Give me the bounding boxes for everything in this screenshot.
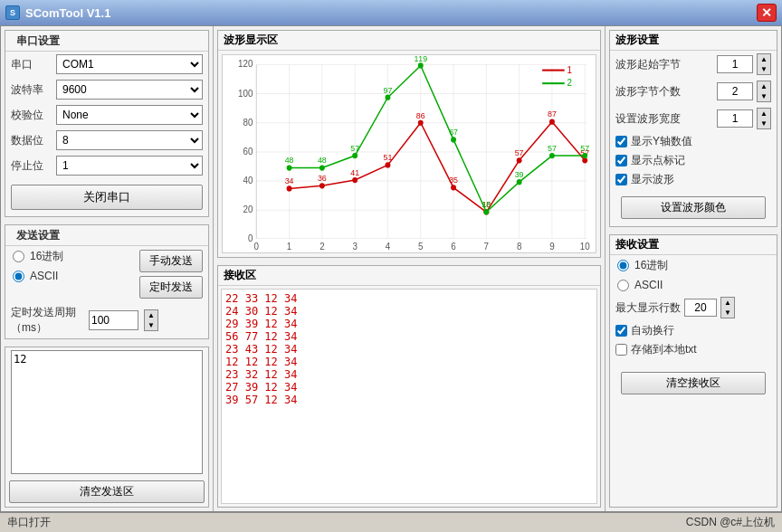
- receive-line: 24 30 12 34: [225, 305, 593, 318]
- svg-text:51: 51: [384, 153, 393, 162]
- middle-panel: 波形显示区: [214, 26, 605, 511]
- recv-ascii-radio[interactable]: [617, 280, 629, 291]
- svg-text:8: 8: [517, 242, 522, 252]
- receive-line: 22 33 12 34: [225, 292, 593, 305]
- show-marks-label: 显示点标记: [631, 153, 685, 168]
- period-input[interactable]: [89, 310, 138, 330]
- show-yaxis-label: 显示Y轴数值: [631, 134, 692, 149]
- svg-text:41: 41: [350, 168, 359, 177]
- receive-line: 23 43 12 34: [225, 343, 593, 356]
- baud-select[interactable]: 960019200115200: [56, 80, 203, 100]
- timed-send-button[interactable]: 定时发送: [139, 276, 203, 299]
- save-local-label: 存储到本地txt: [631, 342, 697, 357]
- svg-point-39: [352, 177, 358, 183]
- svg-text:60: 60: [243, 147, 253, 157]
- svg-text:57: 57: [580, 144, 589, 153]
- receive-content[interactable]: 22 33 12 34 24 30 12 34 29 39 12 34 56 7…: [221, 289, 597, 504]
- stopbits-select[interactable]: 12: [56, 156, 203, 176]
- wave-display-section: 波形显示区: [217, 30, 601, 258]
- clear-send-button[interactable]: 清空发送区: [9, 480, 205, 503]
- auto-wrap-label: 自动换行: [631, 323, 674, 338]
- parity-label: 校验位: [11, 108, 51, 123]
- start-byte-label: 波形起始字节: [615, 57, 713, 72]
- start-byte-input[interactable]: [717, 55, 753, 73]
- stopbits-label: 停止位: [11, 158, 51, 174]
- wave-width-up[interactable]: ▲: [758, 109, 770, 119]
- save-local-checkbox[interactable]: [615, 344, 627, 356]
- svg-text:20: 20: [243, 204, 253, 214]
- svg-text:86: 86: [416, 110, 425, 119]
- close-button[interactable]: ✕: [757, 4, 777, 22]
- svg-text:39: 39: [515, 170, 524, 179]
- wave-chart: 120 100 80 60 40 20 0 0 1 2 3 4 5 6 7 8: [223, 55, 596, 252]
- svg-text:3: 3: [352, 242, 358, 252]
- show-marks-checkbox[interactable]: [615, 155, 627, 166]
- svg-text:5: 5: [418, 242, 424, 252]
- svg-rect-0: [223, 55, 596, 252]
- app-title: SComTool V1.1: [25, 6, 110, 20]
- wave-settings-title: 波形设置: [615, 33, 659, 46]
- port-select[interactable]: COM1COM2COM3: [56, 54, 203, 74]
- receive-title: 接收区: [224, 269, 256, 281]
- svg-point-60: [386, 95, 391, 100]
- svg-point-59: [352, 153, 358, 158]
- show-yaxis-checkbox[interactable]: [615, 136, 627, 147]
- status-bar: 串口打开 CSDN @c#上位机: [0, 512, 782, 532]
- show-wave-checkbox[interactable]: [615, 174, 627, 185]
- byte-count-down[interactable]: ▼: [758, 91, 770, 101]
- clear-receive-button[interactable]: 清空接收区: [621, 372, 766, 394]
- receive-section: 接收区 22 33 12 34 24 30 12 34 29 39 12 34 …: [217, 265, 601, 508]
- recv-hex-radio[interactable]: [617, 260, 629, 271]
- max-display-down[interactable]: ▼: [721, 308, 734, 318]
- receive-line: 23 32 12 34: [225, 368, 593, 381]
- send-settings-title: 发送设置: [11, 227, 65, 243]
- svg-text:18: 18: [482, 200, 491, 209]
- manual-send-button[interactable]: 手动发送: [139, 250, 203, 272]
- send-hex-radio[interactable]: [13, 251, 24, 262]
- svg-text:1: 1: [567, 64, 573, 74]
- databits-select[interactable]: 87: [56, 130, 203, 150]
- max-display-input[interactable]: [684, 299, 717, 317]
- wave-width-down[interactable]: ▼: [758, 119, 770, 128]
- svg-text:100: 100: [238, 88, 253, 98]
- start-byte-down[interactable]: ▼: [758, 64, 770, 74]
- send-ascii-radio[interactable]: [13, 271, 24, 282]
- svg-point-38: [319, 183, 325, 188]
- parity-select[interactable]: NoneEvenOdd: [56, 105, 203, 125]
- receive-settings-section: 接收设置 16进制 ASCII 最大显示行数 ▲ ▼ 自动换行: [609, 234, 777, 508]
- set-color-button[interactable]: 设置波形颜色: [621, 196, 766, 219]
- wave-width-label: 设置波形宽度: [615, 111, 713, 127]
- receive-line: 27 39 12 34: [225, 381, 593, 394]
- app-icon: S: [5, 5, 20, 20]
- max-display-up[interactable]: ▲: [721, 298, 734, 308]
- byte-count-input[interactable]: [717, 82, 753, 100]
- svg-text:1: 1: [287, 242, 292, 252]
- period-label: 定时发送周期（ms）: [11, 305, 83, 336]
- svg-text:7: 7: [484, 242, 490, 252]
- auto-wrap-checkbox[interactable]: [615, 325, 627, 337]
- svg-text:6: 6: [451, 242, 456, 252]
- close-serial-button[interactable]: 关闭串口: [11, 185, 203, 210]
- svg-text:120: 120: [238, 59, 253, 69]
- svg-text:80: 80: [243, 118, 253, 128]
- baud-label: 波特率: [11, 82, 51, 98]
- send-ascii-label: ASCII: [30, 270, 58, 282]
- send-textarea[interactable]: 12: [11, 350, 203, 474]
- start-byte-up[interactable]: ▲: [758, 54, 770, 64]
- receive-settings-title: 接收设置: [615, 238, 659, 251]
- svg-point-65: [549, 153, 555, 158]
- svg-point-45: [549, 119, 555, 125]
- serial-settings-title: 串口设置: [11, 33, 65, 49]
- svg-text:4: 4: [386, 242, 391, 252]
- period-down-button[interactable]: ▼: [145, 320, 157, 330]
- svg-point-37: [287, 185, 292, 191]
- byte-count-up[interactable]: ▲: [758, 81, 770, 91]
- left-panel: 串口设置 串口 COM1COM2COM3 波特率 960019200115200…: [1, 26, 214, 511]
- period-up-button[interactable]: ▲: [145, 310, 157, 320]
- svg-text:0: 0: [254, 242, 260, 252]
- receive-line: 12 12 12 34: [225, 356, 593, 368]
- svg-point-63: [483, 209, 489, 214]
- svg-text:10: 10: [580, 242, 590, 252]
- wave-width-input[interactable]: [717, 109, 753, 128]
- svg-text:34: 34: [285, 176, 294, 185]
